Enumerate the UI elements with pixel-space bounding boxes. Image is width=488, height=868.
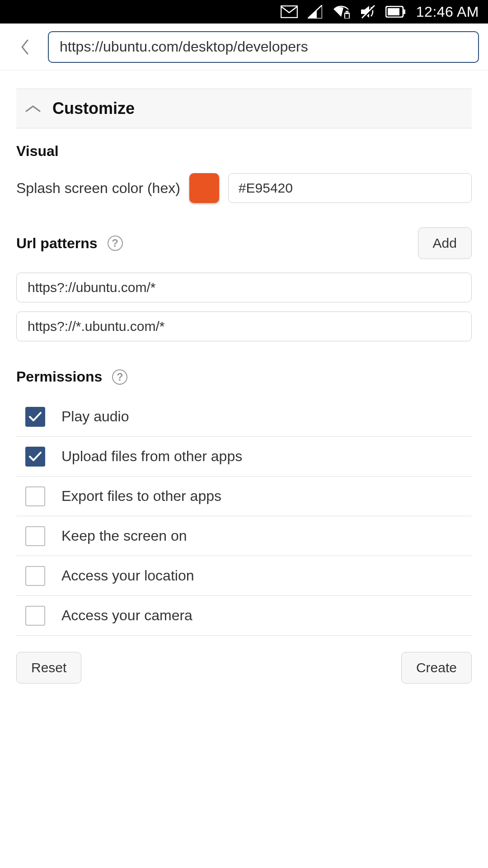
permission-label: Access your location: [61, 567, 194, 584]
permission-row: Access your location: [16, 556, 472, 596]
add-button[interactable]: Add: [418, 227, 472, 259]
splash-label: Splash screen color (hex): [16, 180, 180, 197]
wifi-icon: [332, 5, 350, 19]
permission-label: Export files to other apps: [61, 488, 221, 505]
mail-icon: [281, 5, 298, 18]
reset-button[interactable]: Reset: [16, 652, 81, 684]
chevron-up-icon: [24, 100, 42, 117]
checkbox-export-files[interactable]: [25, 486, 45, 506]
checkbox-access-location[interactable]: [25, 566, 45, 586]
permission-label: Access your camera: [61, 607, 192, 624]
visual-heading: Visual: [16, 143, 472, 160]
permissions-heading: Permissions: [16, 368, 102, 385]
help-icon[interactable]: ?: [108, 236, 123, 251]
url-patterns-heading: Url patterns: [16, 235, 98, 252]
url-pattern-input[interactable]: [16, 273, 472, 302]
url-patterns-row: Url patterns ? Add: [16, 227, 472, 259]
checkbox-access-camera[interactable]: [25, 606, 45, 626]
permissions-list: Play audio Upload files from other apps …: [16, 397, 472, 636]
status-icons: [281, 5, 405, 19]
customize-accordion-header[interactable]: Customize: [16, 89, 472, 128]
status-time: 12:46 AM: [416, 4, 479, 20]
check-icon: [28, 451, 42, 462]
accordion-title: Customize: [52, 99, 135, 118]
permissions-section: Permissions ? Play audio Upload files fr…: [16, 368, 472, 636]
checkbox-play-audio[interactable]: [25, 407, 45, 427]
svg-rect-9: [388, 8, 399, 15]
svg-marker-2: [308, 10, 317, 19]
url-patterns-list: [16, 273, 472, 341]
check-icon: [28, 411, 42, 422]
battery-icon: [385, 6, 405, 18]
status-bar: 12:46 AM: [0, 0, 488, 24]
permission-label: Play audio: [61, 408, 129, 425]
permission-label: Upload files from other apps: [61, 448, 242, 465]
url-input[interactable]: [48, 31, 479, 63]
checkbox-keep-screen-on[interactable]: [25, 526, 45, 546]
permission-row: Access your camera: [16, 596, 472, 636]
splash-hex-input[interactable]: [228, 173, 472, 203]
color-swatch[interactable]: [189, 173, 219, 203]
chevron-left-icon: [20, 39, 29, 55]
permission-row: Upload files from other apps: [16, 437, 472, 476]
permission-row: Keep the screen on: [16, 516, 472, 556]
permission-row: Play audio: [16, 397, 472, 437]
mute-icon: [360, 5, 375, 19]
help-icon[interactable]: ?: [112, 369, 127, 385]
create-button[interactable]: Create: [401, 652, 472, 684]
svg-rect-4: [346, 11, 348, 14]
permission-row: Export files to other apps: [16, 476, 472, 516]
svg-rect-10: [404, 9, 405, 14]
cellular-signal-icon: [308, 5, 322, 19]
url-bar: [0, 24, 488, 71]
url-pattern-input[interactable]: [16, 311, 472, 341]
footer-buttons: Reset Create: [16, 652, 472, 700]
permission-label: Keep the screen on: [61, 528, 187, 544]
checkbox-upload-files[interactable]: [25, 447, 45, 467]
back-button[interactable]: [18, 40, 32, 54]
content: Customize Visual Splash screen color (he…: [0, 71, 488, 700]
splash-row: Splash screen color (hex): [16, 173, 472, 203]
